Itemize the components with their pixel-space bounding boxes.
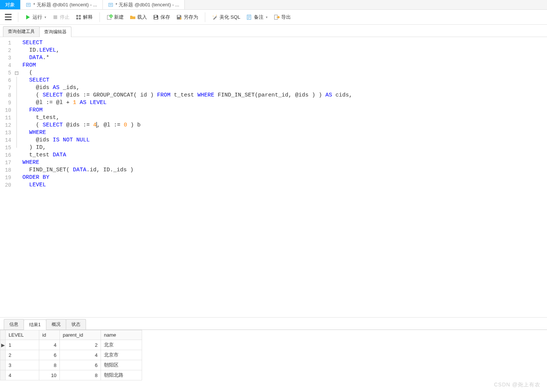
table-row[interactable]: 386朝阳区 — [0, 360, 142, 370]
chevron-down-icon[interactable]: ▾ — [44, 15, 46, 19]
code-text[interactable]: ( SELECT @ids := GROUP_CONCAT( id ) FROM… — [20, 92, 352, 99]
cell[interactable]: 3 — [6, 360, 39, 370]
cell[interactable]: 朝阳区 — [101, 360, 142, 370]
code-text[interactable]: ( — [20, 69, 33, 77]
fold-gutter[interactable] — [15, 129, 20, 137]
code-line[interactable]: 19ORDER BY — [0, 174, 547, 181]
tab-status[interactable]: 状态 — [66, 319, 86, 330]
code-line[interactable]: 17WHERE — [0, 159, 547, 166]
code-text[interactable]: WHERE — [20, 129, 46, 137]
code-text[interactable]: FIND_IN_SET( DATA.id, ID._ids ) — [20, 166, 133, 174]
tab-query-1[interactable]: * 无标题 @db01 (tencent) - ... — [21, 0, 103, 9]
code-line[interactable]: 14 @ids IS NOT NULL — [0, 137, 547, 144]
fold-gutter[interactable] — [15, 144, 20, 151]
cell[interactable]: 2 — [60, 340, 101, 350]
column-header[interactable]: id — [39, 330, 60, 340]
fold-gutter[interactable] — [15, 99, 20, 107]
export-button[interactable]: 导出 — [271, 13, 293, 22]
fold-gutter[interactable] — [15, 122, 20, 129]
fold-gutter[interactable] — [15, 47, 20, 54]
column-header[interactable]: LEVEL — [6, 330, 39, 340]
code-line[interactable]: 16 t_test DATA — [0, 151, 547, 159]
cell[interactable]: 6 — [39, 350, 60, 360]
code-line[interactable]: 20 LEVEL — [0, 181, 547, 189]
load-button[interactable]: 载入 — [127, 13, 149, 22]
code-line[interactable]: 15 ) ID, — [0, 144, 547, 151]
cell[interactable]: 1 — [6, 340, 39, 350]
code-line[interactable]: 18 FIND_IN_SET( DATA.id, ID._ids ) — [0, 166, 547, 174]
tab-objects[interactable]: 对象 — [0, 0, 21, 9]
explain-button[interactable]: 解释 — [73, 13, 95, 22]
tab-query-builder[interactable]: 查询创建工具 — [3, 26, 40, 37]
fold-gutter[interactable]: − — [15, 69, 20, 77]
tab-info[interactable]: 信息 — [4, 319, 24, 330]
cell[interactable]: 8 — [60, 370, 101, 380]
fold-gutter[interactable] — [15, 62, 20, 69]
code-line[interactable]: 11 t_test, — [0, 114, 547, 122]
code-line[interactable]: 3 DATA.* — [0, 54, 547, 62]
result-table[interactable]: LEVELidparent_idname▶142北京264北京市386朝阳区41… — [0, 330, 142, 380]
code-text[interactable]: SELECT — [20, 39, 43, 47]
column-header[interactable]: parent_id — [60, 330, 101, 340]
fold-gutter[interactable] — [15, 54, 20, 62]
code-line[interactable]: 7 @ids AS _ids, — [0, 84, 547, 92]
cell[interactable]: 4 — [6, 370, 39, 380]
fold-gutter[interactable] — [15, 84, 20, 92]
stop-button[interactable]: 停止 — [50, 13, 72, 22]
cell[interactable]: 10 — [39, 370, 60, 380]
cell[interactable]: 北京市 — [101, 350, 142, 360]
menu-icon[interactable] — [3, 12, 13, 22]
saveas-button[interactable]: 另存为 — [174, 13, 200, 22]
save-button[interactable]: 保存 — [151, 13, 172, 22]
fold-gutter[interactable] — [15, 181, 20, 189]
table-row[interactable]: 4108朝阳北路 — [0, 370, 142, 380]
fold-gutter[interactable] — [15, 77, 20, 84]
code-text[interactable]: FROM — [20, 62, 36, 69]
notes-button[interactable]: 备注 ▾ — [244, 13, 270, 22]
code-line[interactable]: 4FROM — [0, 62, 547, 69]
fold-gutter[interactable] — [15, 92, 20, 99]
code-text[interactable]: SELECT — [20, 77, 49, 84]
code-line[interactable]: 5− ( — [0, 69, 547, 77]
code-text[interactable]: LEVEL — [20, 181, 46, 189]
tab-query-2[interactable]: * 无标题 @db01 (tencent) - ... — [103, 0, 185, 9]
result-grid[interactable]: LEVELidparent_idname▶142北京264北京市386朝阳区41… — [0, 330, 547, 392]
code-text[interactable]: DATA.* — [20, 54, 49, 62]
tab-result1[interactable]: 结果1 — [24, 319, 46, 330]
cell[interactable]: 6 — [60, 360, 101, 370]
fold-gutter[interactable] — [15, 137, 20, 144]
cell[interactable]: 4 — [60, 350, 101, 360]
code-text[interactable]: @l := @l + 1 AS LEVEL — [20, 99, 107, 107]
cell[interactable]: 8 — [39, 360, 60, 370]
code-text[interactable]: @ids AS _ids, — [20, 84, 80, 92]
code-line[interactable]: 2 ID.LEVEL, — [0, 47, 547, 54]
fold-gutter[interactable] — [15, 159, 20, 166]
sql-editor[interactable]: 1SELECT2 ID.LEVEL,3 DATA.*4FROM5− (6 SEL… — [0, 37, 547, 317]
fold-gutter[interactable] — [15, 166, 20, 174]
code-text[interactable]: ( SELECT @ids := 4, @l := 0 ) b — [20, 122, 141, 129]
beautify-button[interactable]: 美化 SQL — [210, 13, 243, 22]
table-row[interactable]: 264北京市 — [0, 350, 142, 360]
code-text[interactable]: t_test, — [20, 114, 59, 122]
fold-gutter[interactable] — [15, 107, 20, 114]
cell[interactable]: 2 — [6, 350, 39, 360]
code-line[interactable]: 13 WHERE — [0, 129, 547, 137]
fold-gutter[interactable] — [15, 39, 20, 47]
cell[interactable]: 朝阳北路 — [101, 370, 142, 380]
code-line[interactable]: 1SELECT — [0, 39, 547, 47]
code-line[interactable]: 9 @l := @l + 1 AS LEVEL — [0, 99, 547, 107]
code-text[interactable]: WHERE — [20, 159, 39, 166]
fold-gutter[interactable] — [15, 114, 20, 122]
code-line[interactable]: 6 SELECT — [0, 77, 547, 84]
table-row[interactable]: ▶142北京 — [0, 340, 142, 350]
code-line[interactable]: 8 ( SELECT @ids := GROUP_CONCAT( id ) FR… — [0, 92, 547, 99]
code-line[interactable]: 12 ( SELECT @ids := 4, @l := 0 ) b — [0, 122, 547, 129]
code-text[interactable]: FROM — [20, 107, 43, 114]
code-line[interactable]: 10 FROM — [0, 107, 547, 114]
code-text[interactable]: t_test DATA — [20, 151, 66, 159]
column-header[interactable]: name — [101, 330, 142, 340]
run-button[interactable]: 运行 ▾ — [23, 13, 49, 22]
chevron-down-icon[interactable]: ▾ — [266, 15, 268, 19]
tab-query-editor[interactable]: 查询编辑器 — [39, 27, 71, 37]
fold-gutter[interactable] — [15, 174, 20, 181]
